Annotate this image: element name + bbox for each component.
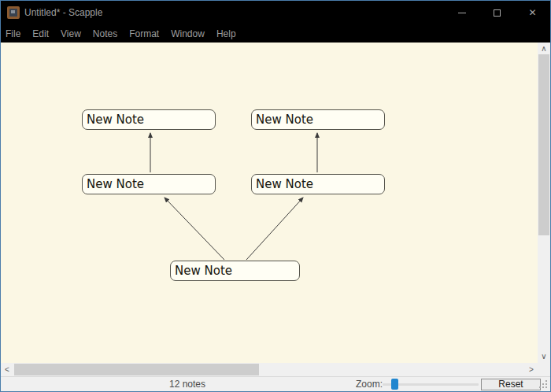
note-top-right[interactable]: New Note [251, 109, 385, 130]
window-title: Untitled* - Scapple [24, 1, 102, 24]
scroll-down-icon[interactable]: ∨ [538, 350, 550, 363]
close-button[interactable]: ✕ [515, 1, 550, 24]
note-text: New Note [256, 113, 313, 127]
zoom-slider[interactable] [383, 377, 479, 392]
close-icon: ✕ [528, 7, 536, 18]
menu-format[interactable]: Format [129, 28, 159, 39]
note-text: New Note [175, 264, 232, 278]
minimize-button[interactable] [444, 1, 479, 24]
minimize-icon [458, 13, 466, 13]
horizontal-scrollbar[interactable]: < > [1, 363, 538, 376]
scroll-left-icon[interactable]: < [1, 363, 13, 376]
note-text: New Note [87, 113, 144, 127]
document-canvas[interactable]: New Note New Note New Note New Note New … [1, 43, 538, 363]
horizontal-scrollbar-thumb[interactable] [14, 364, 259, 375]
note-top-left[interactable]: New Note [82, 109, 216, 130]
connection-arrows [1, 43, 538, 363]
menu-view[interactable]: View [61, 28, 81, 39]
reset-zoom-button[interactable]: Reset [481, 379, 541, 390]
scrollbar-corner [538, 363, 551, 376]
note-text: New Note [87, 177, 144, 191]
maximize-button[interactable] [479, 1, 515, 24]
note-bottom[interactable]: New Note [170, 261, 300, 281]
zoom-slider-thumb[interactable] [391, 379, 398, 390]
titlebar[interactable]: Untitled* - Scapple ✕ [1, 1, 550, 24]
zoom-label: Zoom: [356, 377, 383, 392]
statusbar: 12 notes Zoom: Reset [1, 376, 550, 391]
menu-notes[interactable]: Notes [93, 28, 117, 39]
note-count: 12 notes [156, 377, 219, 392]
note-mid-left[interactable]: New Note [82, 174, 216, 194]
menu-edit[interactable]: Edit [32, 28, 49, 39]
note-text: New Note [256, 177, 313, 191]
maximize-icon [494, 9, 501, 17]
window-controls: ✕ [444, 1, 550, 24]
vertical-scrollbar-thumb[interactable] [538, 54, 549, 235]
scroll-right-icon[interactable]: > [525, 363, 538, 376]
note-mid-right[interactable]: New Note [251, 174, 385, 194]
scapple-window: Untitled* - Scapple ✕ File Edit View Not… [0, 0, 551, 392]
resize-grip-icon[interactable] [545, 386, 547, 388]
scroll-up-icon[interactable]: ∧ [538, 43, 550, 55]
vertical-scrollbar[interactable]: ∧ ∨ [538, 43, 550, 363]
scapple-app-icon [7, 6, 20, 19]
menu-file[interactable]: File [6, 28, 20, 39]
menu-help[interactable]: Help [216, 28, 236, 39]
menu-window[interactable]: Window [171, 28, 205, 39]
menubar: File Edit View Notes Format Window Help [1, 24, 550, 43]
